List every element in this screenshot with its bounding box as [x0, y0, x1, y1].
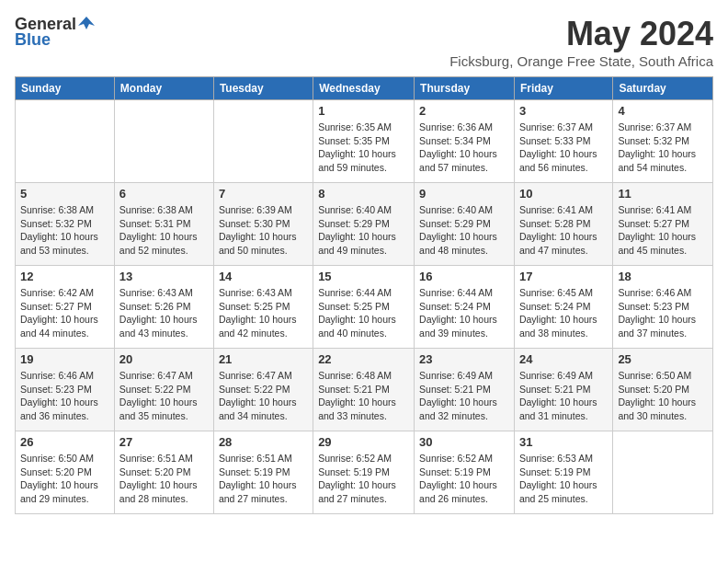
day-info: Sunrise: 6:44 AMSunset: 5:24 PMDaylight:…	[419, 286, 509, 340]
weekday-header-sunday: Sunday	[16, 77, 115, 100]
calendar-cell: 2Sunrise: 6:36 AMSunset: 5:34 PMDaylight…	[415, 100, 515, 183]
calendar-cell: 23Sunrise: 6:49 AMSunset: 5:21 PMDayligh…	[415, 349, 515, 431]
day-number: 1	[318, 104, 409, 118]
day-number: 12	[20, 270, 109, 283]
calendar-cell: 30Sunrise: 6:52 AMSunset: 5:19 PMDayligh…	[415, 431, 515, 514]
calendar-cell: 6Sunrise: 6:38 AMSunset: 5:31 PMDaylight…	[114, 183, 213, 266]
day-info: Sunrise: 6:50 AMSunset: 5:20 PMDaylight:…	[20, 452, 109, 506]
day-info: Sunrise: 6:46 AMSunset: 5:23 PMDaylight:…	[20, 369, 109, 423]
calendar-location: Ficksburg, Orange Free State, South Afri…	[449, 53, 713, 69]
day-number: 30	[419, 435, 509, 449]
calendar-cell: 14Sunrise: 6:43 AMSunset: 5:25 PMDayligh…	[213, 266, 313, 349]
day-number: 27	[119, 435, 209, 449]
day-info: Sunrise: 6:47 AMSunset: 5:22 PMDaylight:…	[119, 369, 209, 423]
day-info: Sunrise: 6:39 AMSunset: 5:30 PMDaylight:…	[219, 203, 308, 258]
logo-bird-icon	[78, 15, 95, 31]
day-number: 18	[618, 270, 708, 283]
svg-marker-0	[78, 17, 95, 29]
calendar-table: SundayMondayTuesdayWednesdayThursdayFrid…	[15, 76, 713, 514]
day-number: 7	[219, 187, 308, 201]
day-number: 21	[219, 352, 308, 366]
calendar-cell: 13Sunrise: 6:43 AMSunset: 5:26 PMDayligh…	[114, 266, 213, 349]
day-number: 14	[219, 270, 308, 283]
calendar-cell: 10Sunrise: 6:41 AMSunset: 5:28 PMDayligh…	[514, 183, 612, 266]
day-number: 5	[20, 187, 109, 201]
calendar-cell: 20Sunrise: 6:47 AMSunset: 5:22 PMDayligh…	[114, 349, 213, 431]
day-info: Sunrise: 6:40 AMSunset: 5:29 PMDaylight:…	[419, 203, 509, 258]
day-info: Sunrise: 6:37 AMSunset: 5:32 PMDaylight:…	[618, 121, 708, 175]
calendar-cell: 17Sunrise: 6:45 AMSunset: 5:24 PMDayligh…	[514, 266, 612, 349]
day-number: 8	[318, 187, 409, 201]
day-number: 3	[519, 104, 608, 118]
page-header: General Blue May 2024 Ficksburg, Orange …	[15, 15, 713, 69]
weekday-header-saturday: Saturday	[613, 77, 713, 100]
day-info: Sunrise: 6:51 AMSunset: 5:20 PMDaylight:…	[119, 452, 209, 506]
calendar-body: 1Sunrise: 6:35 AMSunset: 5:35 PMDaylight…	[16, 100, 713, 514]
calendar-cell: 31Sunrise: 6:53 AMSunset: 5:19 PMDayligh…	[514, 431, 612, 514]
day-info: Sunrise: 6:37 AMSunset: 5:33 PMDaylight:…	[519, 121, 608, 175]
day-info: Sunrise: 6:43 AMSunset: 5:26 PMDaylight:…	[119, 286, 209, 340]
day-info: Sunrise: 6:42 AMSunset: 5:27 PMDaylight:…	[20, 286, 109, 340]
day-info: Sunrise: 6:51 AMSunset: 5:19 PMDaylight:…	[219, 452, 308, 506]
day-number: 25	[618, 352, 708, 366]
day-info: Sunrise: 6:38 AMSunset: 5:31 PMDaylight:…	[119, 203, 209, 258]
day-info: Sunrise: 6:49 AMSunset: 5:21 PMDaylight:…	[519, 369, 608, 423]
calendar-cell: 9Sunrise: 6:40 AMSunset: 5:29 PMDaylight…	[415, 183, 515, 266]
day-info: Sunrise: 6:53 AMSunset: 5:19 PMDaylight:…	[519, 452, 608, 506]
title-block: May 2024 Ficksburg, Orange Free State, S…	[449, 15, 713, 69]
day-number: 24	[519, 352, 608, 366]
calendar-cell: 5Sunrise: 6:38 AMSunset: 5:32 PMDaylight…	[16, 183, 115, 266]
day-info: Sunrise: 6:41 AMSunset: 5:28 PMDaylight:…	[519, 203, 608, 258]
calendar-cell: 8Sunrise: 6:40 AMSunset: 5:29 PMDaylight…	[313, 183, 415, 266]
day-number: 22	[318, 352, 409, 366]
calendar-cell: 1Sunrise: 6:35 AMSunset: 5:35 PMDaylight…	[313, 100, 415, 183]
weekday-header-tuesday: Tuesday	[213, 77, 313, 100]
day-info: Sunrise: 6:38 AMSunset: 5:32 PMDaylight:…	[20, 203, 109, 258]
day-info: Sunrise: 6:52 AMSunset: 5:19 PMDaylight:…	[318, 452, 409, 506]
week-row-5: 26Sunrise: 6:50 AMSunset: 5:20 PMDayligh…	[16, 431, 713, 514]
day-number: 23	[419, 352, 509, 366]
calendar-cell	[213, 100, 313, 183]
calendar-cell	[16, 100, 115, 183]
calendar-cell: 3Sunrise: 6:37 AMSunset: 5:33 PMDaylight…	[514, 100, 612, 183]
calendar-cell: 24Sunrise: 6:49 AMSunset: 5:21 PMDayligh…	[514, 349, 612, 431]
calendar-cell: 15Sunrise: 6:44 AMSunset: 5:25 PMDayligh…	[313, 266, 415, 349]
day-number: 26	[20, 435, 109, 449]
calendar-cell: 12Sunrise: 6:42 AMSunset: 5:27 PMDayligh…	[16, 266, 115, 349]
day-number: 15	[318, 270, 409, 283]
calendar-cell: 28Sunrise: 6:51 AMSunset: 5:19 PMDayligh…	[213, 431, 313, 514]
day-info: Sunrise: 6:40 AMSunset: 5:29 PMDaylight:…	[318, 203, 409, 258]
calendar-cell: 22Sunrise: 6:48 AMSunset: 5:21 PMDayligh…	[313, 349, 415, 431]
day-number: 16	[419, 270, 509, 283]
day-info: Sunrise: 6:36 AMSunset: 5:34 PMDaylight:…	[419, 121, 509, 175]
calendar-cell: 29Sunrise: 6:52 AMSunset: 5:19 PMDayligh…	[313, 431, 415, 514]
day-info: Sunrise: 6:44 AMSunset: 5:25 PMDaylight:…	[318, 286, 409, 340]
calendar-cell: 4Sunrise: 6:37 AMSunset: 5:32 PMDaylight…	[613, 100, 713, 183]
week-row-1: 1Sunrise: 6:35 AMSunset: 5:35 PMDaylight…	[16, 100, 713, 183]
day-number: 9	[419, 187, 509, 201]
calendar-cell: 27Sunrise: 6:51 AMSunset: 5:20 PMDayligh…	[114, 431, 213, 514]
calendar-cell: 25Sunrise: 6:50 AMSunset: 5:20 PMDayligh…	[613, 349, 713, 431]
day-info: Sunrise: 6:52 AMSunset: 5:19 PMDaylight:…	[419, 452, 509, 506]
calendar-cell: 19Sunrise: 6:46 AMSunset: 5:23 PMDayligh…	[16, 349, 115, 431]
calendar-cell	[114, 100, 213, 183]
day-number: 29	[318, 435, 409, 449]
calendar-cell: 11Sunrise: 6:41 AMSunset: 5:27 PMDayligh…	[613, 183, 713, 266]
day-info: Sunrise: 6:45 AMSunset: 5:24 PMDaylight:…	[519, 286, 608, 340]
calendar-cell: 7Sunrise: 6:39 AMSunset: 5:30 PMDaylight…	[213, 183, 313, 266]
day-number: 19	[20, 352, 109, 366]
weekday-header-row: SundayMondayTuesdayWednesdayThursdayFrid…	[16, 77, 713, 100]
day-info: Sunrise: 6:35 AMSunset: 5:35 PMDaylight:…	[318, 121, 409, 175]
day-number: 6	[119, 187, 209, 201]
day-info: Sunrise: 6:48 AMSunset: 5:21 PMDaylight:…	[318, 369, 409, 423]
calendar-cell: 26Sunrise: 6:50 AMSunset: 5:20 PMDayligh…	[16, 431, 115, 514]
logo-blue-text: Blue	[15, 30, 51, 50]
weekday-header-monday: Monday	[114, 77, 213, 100]
week-row-4: 19Sunrise: 6:46 AMSunset: 5:23 PMDayligh…	[16, 349, 713, 431]
day-info: Sunrise: 6:46 AMSunset: 5:23 PMDaylight:…	[618, 286, 708, 340]
day-number: 10	[519, 187, 608, 201]
week-row-2: 5Sunrise: 6:38 AMSunset: 5:32 PMDaylight…	[16, 183, 713, 266]
day-number: 13	[119, 270, 209, 283]
day-number: 28	[219, 435, 308, 449]
calendar-cell	[613, 431, 713, 514]
